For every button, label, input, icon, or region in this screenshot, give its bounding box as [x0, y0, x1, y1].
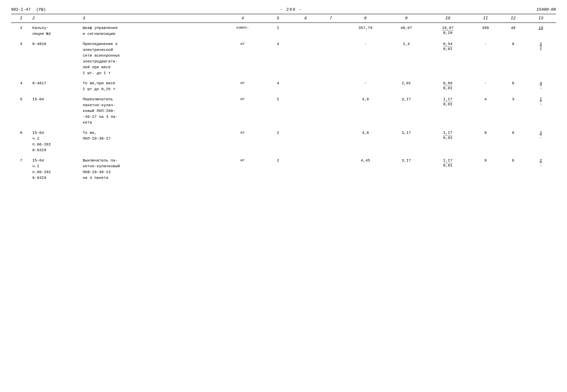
fraction-col13: 4 -	[540, 81, 542, 91]
fraction-col10: 0,54 0,0I	[443, 42, 452, 51]
doc-code: 902-I-47	[11, 7, 31, 12]
row-unit: шт	[223, 155, 263, 183]
row-col9: 3,I7	[387, 94, 425, 128]
fraction-col13-top: 2	[540, 42, 542, 47]
row-col13: 19	[526, 23, 556, 39]
row-col8: 3,8	[343, 128, 388, 155]
row-col13: 2 -	[526, 128, 556, 155]
fraction-col13-top: 4	[540, 81, 542, 86]
row-col10: 0,54 0,0I	[425, 39, 470, 78]
row-col12: 6	[501, 155, 526, 183]
row-col7	[318, 78, 343, 94]
row-col7	[318, 128, 343, 155]
col-header-12: I2	[501, 14, 526, 23]
fraction-col13: 2 -	[540, 130, 542, 140]
row-col9: 2,0I	[387, 78, 425, 94]
row-col7	[318, 155, 343, 183]
table-row: 5I5-04Переключатель пакетно-кулач- ковый…	[11, 94, 556, 128]
row-desc: Переключатель пакетно-кулач- ковый ПКП-I…	[82, 94, 223, 128]
col-header-10: IO	[425, 14, 470, 23]
col-header-11: II	[470, 14, 501, 23]
row-col10: 18,87 0,29	[425, 23, 470, 39]
fraction-denominator: 0,0I	[443, 136, 452, 140]
row-col10: I,I7 0,0I	[425, 155, 470, 183]
row-num: 5	[11, 94, 31, 128]
row-col12: 48	[501, 23, 526, 39]
row-col9: I,4	[387, 39, 425, 78]
row-code: 8-4816	[31, 39, 82, 78]
row-col9: 48,07	[387, 23, 425, 39]
row-col13: 2 -	[526, 155, 556, 183]
row-num: 4	[11, 78, 31, 94]
fraction-numerator: 18,87	[442, 26, 454, 31]
fraction-col13: 2 I	[540, 42, 542, 51]
row-col13: 4 -	[526, 78, 556, 94]
fraction-col10: 0,89 0,0I	[443, 81, 452, 91]
fraction-col13-bot: -	[540, 102, 542, 107]
row-desc: Присоединение к электрической сети асинх…	[82, 39, 223, 78]
row-col6	[293, 39, 318, 78]
row-col5: 4	[263, 39, 293, 78]
table-row: 38-4816Присоединение к электрической сет…	[11, 39, 556, 78]
fraction-denominator: 0,0I	[443, 102, 452, 107]
row-col8: 357,79	[343, 23, 388, 39]
row-col5: I	[263, 23, 293, 39]
row-col13: 2 I	[526, 39, 556, 78]
fraction-numerator: 0,89	[443, 81, 452, 86]
fraction-denominator: 0,0I	[443, 86, 452, 91]
row-code: I5-04 ч.I п.06-I8I 8-63I9	[31, 128, 82, 155]
row-col11: 8	[470, 128, 501, 155]
row-col6	[293, 23, 318, 39]
row-col6	[293, 78, 318, 94]
row-desc: То же, ПКП-I0-38-I7	[82, 128, 223, 155]
fraction-denominator: 0,29	[443, 31, 452, 35]
fraction-col10: I,I7 0,0I	[443, 130, 452, 140]
row-col10: I,I7 0,0I	[425, 94, 470, 128]
row-unit: шт	[223, 39, 263, 78]
row-col5: 2	[263, 155, 293, 183]
col-header-7: 7	[318, 14, 343, 23]
row-col11: -	[470, 78, 501, 94]
fraction-denominator: 0,0I	[443, 47, 452, 51]
row-col12: 8	[501, 78, 526, 94]
col-header-3: 3	[82, 14, 223, 23]
row-col7	[318, 23, 343, 39]
fraction-col13-bot: -	[540, 136, 542, 140]
row-num: 3	[11, 39, 31, 78]
row-num: 6	[11, 128, 31, 155]
row-col6	[293, 94, 318, 128]
col13-val: 19	[538, 26, 543, 30]
row-col8: -	[343, 78, 388, 94]
fraction-col13-bot: -	[540, 86, 542, 91]
fraction-col13-top: I	[540, 97, 542, 102]
fraction-numerator: I,I7	[443, 130, 452, 136]
row-col13: I -	[526, 94, 556, 128]
row-col5: 2	[263, 128, 293, 155]
col-header-1: I	[11, 14, 31, 23]
fraction-numerator: 0,54	[443, 42, 452, 47]
main-table: I 2 3 4 5 6 7 8 9 IO II I2 I3 2Кальку- л…	[11, 14, 556, 183]
row-col8: 3,8	[343, 94, 388, 128]
fraction-col13-bot: I	[540, 47, 542, 51]
fraction-col10: I,I7 0,0I	[443, 97, 452, 107]
page-header: 902-I-47 (УШ) - 209 - 15400-08	[11, 7, 556, 12]
row-col11: 4	[470, 94, 501, 128]
table-row: 48-4817То же,при весе I шт до 0,25 тшт4-…	[11, 78, 556, 94]
row-col5: 4	[263, 78, 293, 94]
row-desc: Выключатель па- кетно-кулачковый ПКВ-I0-…	[82, 155, 223, 183]
fraction-col10: I,I7 0,0I	[443, 158, 452, 168]
fraction-col10: 18,87 0,29	[442, 26, 454, 35]
table-row: 2Кальку- ляция №2Шкаф управления и сигна…	[11, 23, 556, 39]
col-header-8: 8	[343, 14, 388, 23]
row-col5: I	[263, 94, 293, 128]
col-header-6: 6	[293, 14, 318, 23]
fraction-numerator: I,I7	[443, 97, 452, 102]
row-col7	[318, 94, 343, 128]
right-code: 15400-08	[536, 7, 556, 12]
row-unit: компл.	[223, 23, 263, 39]
row-col11: 9	[470, 155, 501, 183]
row-code: I5-04 ч.I п.06-I82 8-63I9	[31, 155, 82, 183]
fraction-col13: 2 -	[540, 158, 542, 168]
row-col11: -	[470, 39, 501, 78]
col-header-5: 5	[263, 14, 293, 23]
